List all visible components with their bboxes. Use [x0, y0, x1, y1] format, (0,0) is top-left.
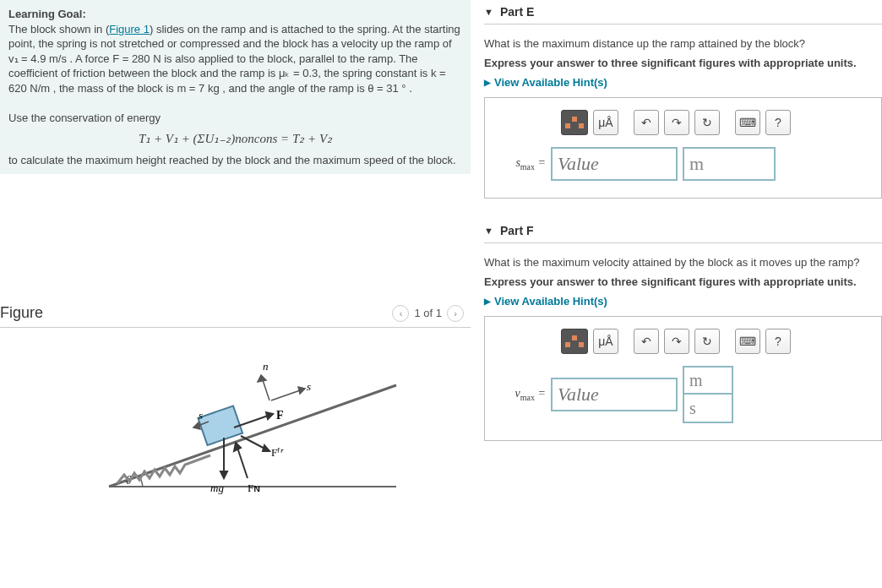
part-e-value-input[interactable] — [551, 147, 678, 181]
help-button[interactable]: ? — [765, 329, 791, 354]
goal-text-2: Use the conservation of energy — [8, 112, 161, 124]
Ffr-label: Fᶠʳ — [271, 446, 284, 459]
template-button[interactable] — [561, 110, 588, 135]
mg-label: mg — [210, 482, 224, 494]
symbols-button[interactable]: μÅ — [593, 110, 618, 135]
goal-text-3: to calculate the maximum height reached … — [8, 154, 456, 166]
part-f-hints[interactable]: ▶ View Available Hint(s) — [484, 295, 882, 308]
pager-label: 1 of 1 — [414, 307, 442, 319]
undo-icon: ↶ — [641, 116, 651, 129]
F-label: F — [276, 409, 284, 422]
redo-icon: ↷ — [672, 335, 682, 348]
help-button[interactable]: ? — [765, 110, 791, 135]
keyboard-icon: ⌨ — [739, 335, 756, 348]
undo-button[interactable]: ↶ — [634, 110, 659, 135]
caret-down-icon: ▼ — [484, 226, 493, 236]
figure-pager: ‹ 1 of 1 › — [392, 305, 464, 322]
hints-label: View Available Hint(s) — [494, 76, 607, 89]
pager-next-button[interactable]: › — [447, 305, 464, 322]
help-icon: ? — [775, 116, 781, 129]
symbols-button[interactable]: μÅ — [593, 329, 618, 354]
part-f-answer-box: μÅ ↶ ↷ ↻ ⌨ ? vmax = m s — [484, 316, 882, 441]
template-button[interactable] — [561, 329, 588, 354]
help-icon: ? — [775, 335, 781, 348]
svg-marker-14 — [234, 443, 241, 451]
reset-icon: ↻ — [702, 116, 712, 129]
hints-label: View Available Hint(s) — [494, 295, 607, 308]
goal-heading: Learning Goal: — [8, 8, 86, 20]
part-e-header[interactable]: ▼ Part E — [484, 0, 882, 24]
part-f-value-input[interactable] — [551, 378, 678, 411]
part-f-question: What is the maximum velocity attained by… — [484, 255, 882, 270]
undo-button[interactable]: ↶ — [634, 329, 659, 354]
s-label-right: s — [307, 380, 311, 393]
part-f-instruction: Express your answer to three significant… — [484, 275, 882, 288]
svg-line-0 — [109, 385, 396, 487]
reset-button[interactable]: ↻ — [694, 329, 720, 354]
part-e-instruction: Express your answer to three significant… — [484, 57, 882, 69]
part-e-variable: smax = — [502, 156, 546, 172]
svg-marker-4 — [193, 422, 200, 429]
learning-goal: Learning Goal: The block shown in (Figur… — [0, 0, 471, 174]
svg-marker-8 — [298, 387, 305, 394]
svg-rect-2 — [198, 406, 242, 445]
reset-button[interactable]: ↻ — [694, 110, 720, 135]
caret-down-icon: ▼ — [484, 7, 493, 17]
part-e-answer-box: μÅ ↶ ↷ ↻ ⌨ ? smax = m — [484, 97, 882, 199]
caret-right-icon: ▶ — [484, 78, 491, 87]
figure-link[interactable]: Figure 1 — [109, 23, 150, 35]
part-e-hints[interactable]: ▶ View Available Hint(s) — [484, 76, 882, 89]
figure-title: Figure — [0, 304, 43, 322]
part-e-unit-input[interactable]: m — [683, 147, 776, 181]
svg-marker-6 — [258, 375, 266, 382]
svg-marker-12 — [220, 471, 227, 478]
svg-marker-10 — [266, 412, 273, 419]
s-label-left: s — [199, 409, 203, 422]
figure-diagram: θ s n — [0, 328, 471, 506]
goal-text-1a: The block shown in ( — [8, 23, 109, 35]
redo-icon: ↷ — [672, 116, 682, 129]
part-f-header[interactable]: ▼ Part F — [484, 219, 882, 243]
part-e-question: What is the maximum distance up the ramp… — [484, 36, 882, 52]
energy-equation: T₁ + V₁ + (ΣU₁₋₂)noncons = T₂ + V₂ — [8, 130, 462, 147]
keyboard-icon: ⌨ — [739, 116, 756, 129]
n-label: n — [263, 360, 269, 373]
part-e-title: Part E — [500, 5, 534, 19]
keyboard-button[interactable]: ⌨ — [735, 110, 760, 135]
FN-label: Fɴ — [248, 482, 260, 494]
undo-icon: ↶ — [641, 335, 651, 348]
caret-right-icon: ▶ — [484, 297, 491, 306]
svg-marker-16 — [263, 445, 270, 451]
keyboard-button[interactable]: ⌨ — [735, 329, 760, 354]
part-f-unit-input[interactable]: m s — [683, 366, 733, 423]
pager-prev-button[interactable]: ‹ — [392, 305, 409, 322]
part-f-variable: vmax = — [502, 387, 546, 402]
redo-button[interactable]: ↷ — [664, 110, 689, 135]
reset-icon: ↻ — [702, 335, 712, 348]
part-f-title: Part F — [500, 224, 534, 237]
redo-button[interactable]: ↷ — [664, 329, 689, 354]
